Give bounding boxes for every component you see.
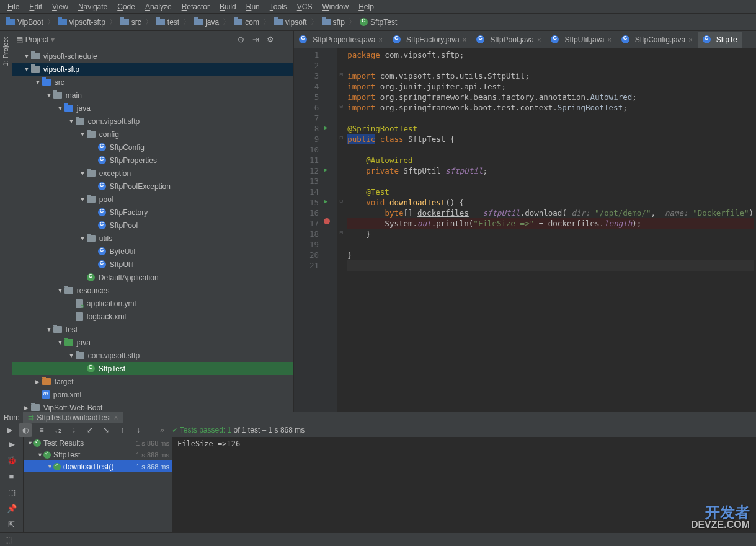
tree-item[interactable]: ▼java [12,102,293,115]
test-status: ✓ Tests passed: 1 of 1 test – 1 s 868 ms [172,426,305,434]
tree-item[interactable]: ▼vipsoft-schedule [12,50,293,63]
fold-column[interactable]: ⊟⊟⊟⊟⊟ [337,48,345,412]
project-panel: ▤Project ▾ ⊙ ⇥ ⚙ — ▼vipsoft-schedule▼vip… [12,31,294,412]
editor-body[interactable]: 123456789101112131415161718192021 ▶▶▶ ⊟⊟… [294,48,756,412]
prev-button[interactable]: ↑ [115,423,129,437]
tree-item[interactable]: ▼test [12,323,293,336]
test-row[interactable]: ▼downloadTest()1 s 868 ms [24,460,172,472]
menu-run[interactable]: Run [241,2,265,11]
crumb-java[interactable]: java [192,18,221,27]
tree-item[interactable]: ▼exception [12,167,293,180]
menu-refactor[interactable]: Refactor [177,2,215,11]
crumb-vipsoft-sftp[interactable]: vipsoft-sftp [56,18,108,27]
layout-button[interactable]: ⬚ [6,488,18,500]
tree-item[interactable]: SftpConfig [12,141,293,154]
menu-code[interactable]: Code [112,2,140,11]
run-side-toolbar: ▶ 🐞 ■ ⬚ 📌 ⇱ 🕓 [0,437,24,546]
run-label: Run: [4,413,19,422]
pin-button[interactable]: 📌 [6,504,18,516]
crumb-test[interactable]: test [154,18,182,27]
tree-item[interactable]: ▶VipSoft-Web-Boot [12,401,293,412]
editor-tab[interactable]: SftpConfig.java× [616,32,698,48]
editor-tabs: SftpProperties.java×SftpFactory.java×Sft… [294,31,756,48]
collapse-button[interactable]: ⤡ [99,423,113,437]
tree-item[interactable]: ▼config [12,128,293,141]
filter-button[interactable]: ↕ [67,423,81,437]
tree-item[interactable]: SftpProperties [12,154,293,167]
menu-edit[interactable]: Edit [24,2,47,11]
tree-item[interactable]: SftpFactory [12,206,293,219]
menu-bar: FileEditViewNavigateCodeAnalyzeRefactorB… [0,0,756,14]
tree-item[interactable]: logback.xml [12,310,293,323]
rerun-button[interactable]: ▶ [2,423,16,437]
tree-item[interactable]: ▼src [12,76,293,89]
crumb-vipboot[interactable]: VipBoot [4,18,46,27]
tree-item[interactable]: ByteUtil [12,245,293,258]
locate-icon[interactable]: ⊙ [236,35,245,44]
crumb-sftp[interactable]: sftp [319,18,347,27]
export-button[interactable]: ⇱ [6,520,18,532]
left-tool-gutter: 1: Project [0,31,12,412]
tree-item[interactable]: DefaultApplication [12,271,293,284]
editor-tab[interactable]: SftpTe [698,32,742,48]
editor-tab[interactable]: SftpPool.java× [471,32,546,48]
crumb-com[interactable]: com [231,18,262,27]
sort-button[interactable]: ↓₂ [51,423,64,437]
hide-icon[interactable]: — [281,35,290,44]
tree-item[interactable]: ▼java [12,336,293,349]
menu-navigate[interactable]: Navigate [73,2,112,11]
run-config-tab[interactable]: ⇉ SftpTest.downloadTest × [23,412,123,423]
expand-button[interactable]: ⤢ [83,423,97,437]
code-area[interactable]: package com.vipsoft.sftp;import com.vips… [345,48,756,412]
menu-view[interactable]: View [47,2,73,11]
tree-item[interactable]: ▼main [12,89,293,102]
crumb-sftptest[interactable]: SftpTest [357,18,399,27]
tree-item[interactable]: ▼vipsoft-sftp [12,63,293,76]
test-tree[interactable]: ▼Test Results1 s 868 ms▼SftpTest1 s 868 … [24,437,172,546]
test-row[interactable]: ▼SftpTest1 s 868 ms [24,449,172,460]
run-toolbar: ▶ ◐ ≡ ↓₂ ↕ ⤢ ⤡ ↑ ↓ » ✓ Tests passed: 1 o… [0,423,756,437]
console-output[interactable]: FileSize =>126 [172,437,756,546]
tree-item[interactable]: ▼pool [12,193,293,206]
editor-tab[interactable]: SftpProperties.java× [294,32,388,48]
tree-item[interactable]: SftpPoolException [12,180,293,193]
settings-icon[interactable]: ⚙ [266,35,275,44]
editor-tab[interactable]: SftpUtil.java× [546,32,616,48]
tree-item[interactable]: ▼utils [12,232,293,245]
next-button[interactable]: ↓ [131,423,145,437]
debug-button[interactable]: 🐞 [6,456,18,468]
project-tool-tab[interactable]: 1: Project [1,33,11,69]
menu-vcs[interactable]: VCS [292,2,318,11]
stop-button[interactable]: ■ [6,472,18,484]
project-tree[interactable]: ▼vipsoft-schedule▼vipsoft-sftp▼src▼main▼… [12,48,293,412]
editor-tab[interactable]: SftpFactory.java× [388,32,471,48]
tree-item[interactable]: ▼resources [12,284,293,297]
tree-item[interactable]: SftpTest [12,362,293,375]
breadcrumb-bar: VipBoot〉vipsoft-sftp〉src〉test〉java〉com〉v… [0,14,756,31]
run-header: Run: ⇉ SftpTest.downloadTest × [0,412,756,423]
collapse-icon[interactable]: ⇥ [251,35,260,44]
menu-analyze[interactable]: Analyze [140,2,177,11]
tree-item[interactable]: ▶target [12,375,293,388]
menu-build[interactable]: Build [215,2,241,11]
gutter-marks[interactable]: ▶▶▶ [324,48,337,412]
menu-tools[interactable]: Tools [265,2,292,11]
menu-window[interactable]: Window [317,2,354,11]
crumb-src[interactable]: src [118,18,144,27]
editor: SftpProperties.java×SftpFactory.java×Sft… [294,31,756,412]
menu-file[interactable]: File [2,2,24,11]
stack-button[interactable]: ≡ [35,423,48,437]
toggle-button[interactable]: ◐ [19,423,32,437]
tree-item[interactable]: pom.xml [12,388,293,401]
tree-item[interactable]: ▼com.vipsoft.sftp [12,115,293,128]
menu-help[interactable]: Help [354,2,379,11]
tree-item[interactable]: SftpPool [12,219,293,232]
tree-item[interactable]: application.yml [12,297,293,310]
test-row[interactable]: ▼Test Results1 s 868 ms [24,437,172,449]
run-button[interactable]: ▶ [6,439,18,452]
run-panel: Run: ⇉ SftpTest.downloadTest × ▶ ◐ ≡ ↓₂ … [0,412,756,546]
tree-item[interactable]: ▼com.vipsoft.sftp [12,349,293,362]
crumb-vipsoft[interactable]: vipsoft [272,18,309,27]
line-gutter: 123456789101112131415161718192021 [294,48,324,412]
tree-item[interactable]: SftpUtil [12,258,293,271]
